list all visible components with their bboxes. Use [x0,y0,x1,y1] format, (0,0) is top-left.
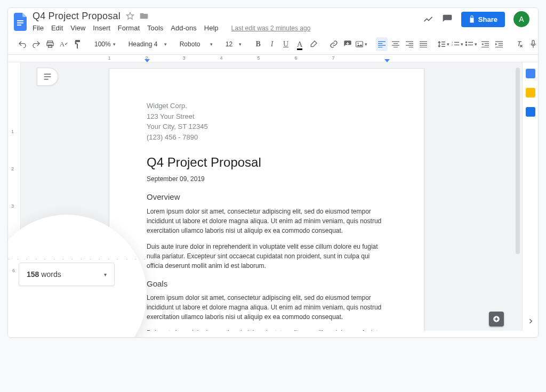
menu-tools[interactable]: Tools [147,24,163,32]
tasks-app-icon[interactable] [526,107,535,117]
menu-format[interactable]: Format [118,24,140,32]
paint-format-icon[interactable] [72,37,84,51]
svg-point-33 [465,44,467,45]
align-center-button[interactable] [390,37,402,51]
svg-rect-1 [17,22,23,23]
document-title[interactable]: Q4 Project Proposal [33,11,121,21]
section-goals: Goals [147,278,387,290]
phone: (123) 456 - 7890 [147,132,387,143]
voice-typing-icon[interactable] [527,37,539,51]
svg-rect-48 [532,40,534,45]
document-outline-toggle[interactable] [37,68,58,86]
svg-marker-40 [481,43,484,45]
side-panel-expand-icon[interactable] [527,317,534,326]
horizontal-ruler[interactable]: 1 2 3 4 5 6 7 [8,55,538,62]
insert-image-icon[interactable] [356,37,367,51]
share-button[interactable]: Share [461,12,505,27]
insert-link-icon[interactable] [328,37,340,51]
zoom-dropdown[interactable]: 100%▾ [92,40,118,48]
address-line-1: 123 Your Street [147,111,387,122]
word-count-number: 158 [27,270,39,279]
svg-marker-3 [126,12,133,19]
svg-marker-45 [495,43,497,45]
menubar: File Edit View Insert Format Tools Add-o… [33,24,310,32]
company-name: Widget Corp. [147,101,387,111]
ruler-fragment: · · · · · · · · · · · · · · · · · 6 [8,256,125,262]
paragraph: Lorem ipsum dolor sit amet, consectetur … [147,207,387,235]
document-page[interactable]: Widget Corp. 123 Your Street Your City, … [109,69,424,331]
share-label: Share [478,15,497,23]
undo-icon[interactable] [17,37,28,51]
underline-button[interactable]: U [280,37,292,51]
highlight-color-button[interactable] [308,37,319,51]
explore-button[interactable] [489,312,504,326]
bold-button[interactable]: B [252,37,264,51]
menu-edit[interactable]: Edit [51,24,63,32]
word-count-chip[interactable]: 158 words ▾ [19,263,115,286]
numbered-list-button[interactable]: 12 [452,37,463,51]
word-count-label: words [41,270,61,279]
line-spacing-button[interactable] [438,37,449,51]
account-avatar[interactable]: A [513,11,529,27]
font-dropdown[interactable]: Roboto▾ [178,40,215,48]
menu-view[interactable]: View [70,24,85,32]
indent-increase-button[interactable] [493,37,505,51]
indent-decrease-button[interactable] [479,37,491,51]
align-right-button[interactable] [404,37,415,51]
vertical-scrollbar[interactable] [516,68,520,254]
print-icon[interactable] [44,37,56,51]
activity-icon[interactable] [423,14,433,24]
comments-icon[interactable] [442,14,453,24]
menu-addons[interactable]: Add-ons [171,24,196,32]
calendar-app-icon[interactable] [526,69,535,78]
menu-file[interactable]: File [33,24,44,32]
font-size-dropdown[interactable]: 12▾ [223,40,244,48]
doc-heading: Q4 Project Proposal [147,153,387,172]
italic-button[interactable]: I [266,37,278,51]
svg-point-8 [358,43,359,44]
paragraph: Lorem ipsum dolor sit amet, consectetur … [147,293,387,322]
doc-date: September 09, 2019 [147,174,387,184]
toolbar: A✔ 100%▾ Heading 4▾ Roboto▾ 12▾ B I U A [8,35,538,55]
keep-app-icon[interactable] [526,88,535,97]
bulleted-list-button[interactable] [465,37,477,51]
insert-comment-icon[interactable] [342,37,354,51]
svg-text:2: 2 [452,44,453,46]
side-panel [522,62,538,331]
docs-logo-icon[interactable] [13,12,28,31]
svg-rect-2 [17,24,21,26]
move-folder-icon[interactable] [140,12,148,20]
svg-rect-0 [17,20,23,21]
chevron-down-icon: ▾ [104,272,107,277]
paragraph-style-dropdown[interactable]: Heading 4▾ [126,40,169,48]
section-overview: Overview [147,191,387,203]
align-left-button[interactable] [376,37,388,51]
clear-formatting-button[interactable] [513,37,525,51]
paragraph: Duis aute irure dolor in reprehenderit i… [147,242,387,271]
paragraph: Duis aute irure dolor in reprehenderit i… [147,328,387,331]
menu-insert[interactable]: Insert [93,24,110,32]
address-line-2: Your City, ST 12345 [147,121,387,132]
star-icon[interactable] [126,12,134,20]
align-justify-button[interactable] [417,37,429,51]
redo-icon[interactable] [30,37,42,51]
docs-window: Q4 Project Proposal File Edit View Inser… [7,7,539,338]
text-color-button[interactable]: A [294,37,306,51]
menu-help[interactable]: Help [204,24,219,32]
svg-point-32 [465,42,467,43]
last-edit-link[interactable]: Last edit was 2 minutes ago [231,24,311,32]
spellcheck-icon[interactable]: A✔ [58,37,70,51]
header: Q4 Project Proposal File Edit View Inser… [8,8,538,32]
